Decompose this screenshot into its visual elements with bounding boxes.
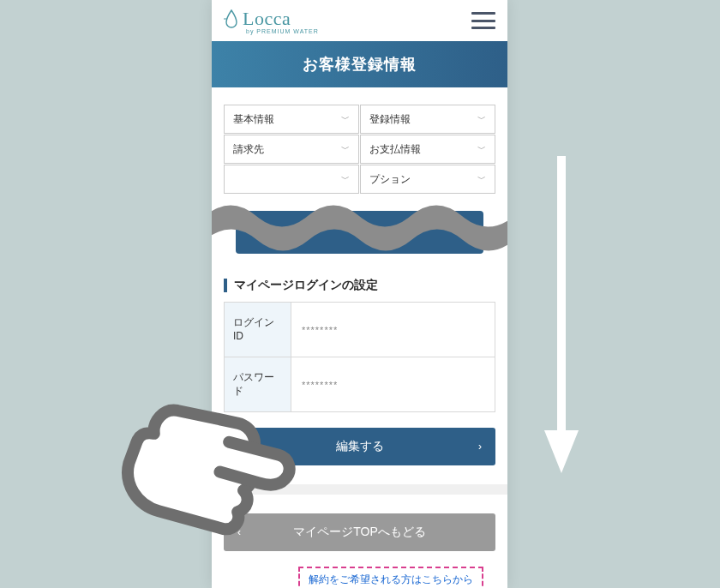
chevron-right-icon: › [478, 441, 482, 453]
pointing-hand-icon [110, 394, 298, 540]
dropdown-basic-info[interactable]: 基本情報 ﹀ [224, 105, 359, 134]
cancel-contract-link[interactable]: 解約をご希望される方はこちらから [298, 567, 483, 588]
button-label: マイページTOPへもどる [293, 525, 426, 540]
svg-rect-0 [557, 156, 566, 439]
drop-icon [224, 9, 239, 28]
dropdown-billing[interactable]: 請求先 ﹀ [224, 135, 359, 164]
menu-icon[interactable] [471, 12, 495, 29]
dropdown-registration-info[interactable]: 登録情報 ﹀ [360, 105, 495, 134]
chevron-down-icon: ﹀ [477, 143, 486, 155]
dropdown-label: 基本情報 [233, 112, 274, 127]
dropdown-payment-info[interactable]: お支払情報 ﹀ [360, 135, 495, 164]
dropdown-option[interactable]: プション ﹀ [360, 165, 495, 194]
wave-icon [212, 199, 507, 259]
chevron-down-icon: ﹀ [341, 113, 350, 125]
login-id-value: ******** [291, 303, 495, 357]
chevron-down-icon: ﹀ [477, 173, 486, 185]
page-title: お客様登録情報 [212, 41, 507, 87]
dropdown-label: 登録情報 [369, 112, 411, 127]
brand-subline: by PREMIUM WATER [246, 28, 319, 34]
scroll-down-arrow-icon [544, 156, 579, 482]
app-header: Locca by PREMIUM WATER [212, 0, 507, 41]
chevron-down-icon: ﹀ [341, 143, 350, 155]
brand-name: Locca [224, 8, 291, 30]
dropdown-label: お支払情報 [369, 142, 421, 157]
chevron-down-icon: ﹀ [341, 173, 350, 185]
dropdown-partial-left[interactable]: ﹀ [224, 165, 359, 194]
dropdown-label: プション [369, 172, 411, 187]
content-truncation-decor [212, 202, 507, 262]
link-text: 解約をご希望される方はこちらから [309, 574, 473, 585]
chevron-down-icon: ﹀ [477, 113, 486, 125]
form-label: ログインID [225, 303, 291, 357]
brand-text: Locca [243, 8, 291, 30]
form-row-login-id: ログインID ******** [225, 303, 495, 357]
category-dropdown-grid: 基本情報 ﹀ 登録情報 ﹀ 請求先 ﹀ お支払情報 ﹀ ﹀ プション ﹀ [212, 87, 507, 194]
section-title: マイページログインの設定 [224, 278, 495, 293]
section-title-text: マイページログインの設定 [234, 278, 378, 293]
svg-marker-1 [544, 430, 579, 473]
brand-logo[interactable]: Locca by PREMIUM WATER [224, 8, 319, 34]
dropdown-label: 請求先 [233, 142, 264, 157]
password-value: ******** [291, 357, 495, 411]
button-label: 編集する [336, 439, 384, 454]
title-accent-bar [224, 279, 227, 292]
